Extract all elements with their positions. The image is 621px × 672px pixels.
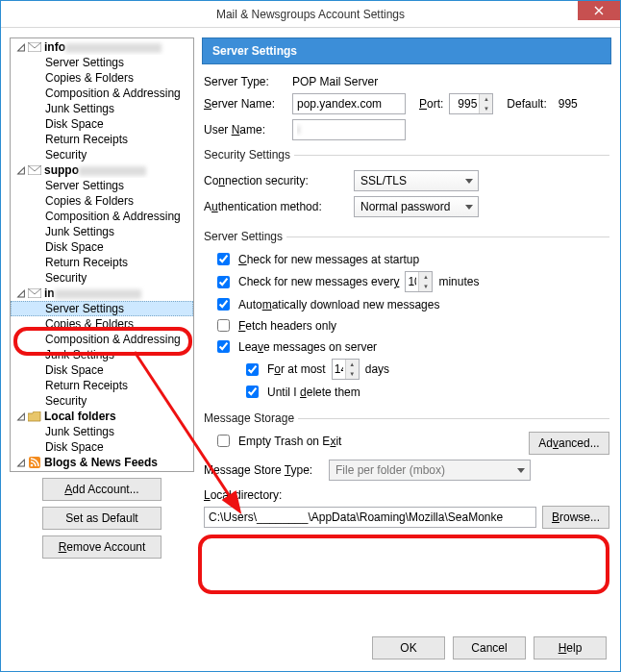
tree-child-composition-addressing[interactable]: Composition & Addressing [11,209,193,224]
titlebar: Mail & Newsgroups Account Settings [1,1,620,28]
tree-child-security[interactable]: Security [11,393,193,409]
server-settings-legend: Server Settings [204,230,286,243]
tree-child-server-settings[interactable]: Server Settings [11,301,193,316]
username-input[interactable] [292,119,406,140]
mail-icon [28,164,41,176]
until-delete-checkbox[interactable]: Until I delete them [242,383,609,401]
tree-child-server-settings[interactable]: Server Settings [11,55,193,70]
port-label: Port: [419,97,443,111]
security-fieldset: Security Settings Connection security: S… [204,148,609,222]
tree-child-composition-addressing[interactable]: Composition & Addressing [11,86,193,101]
add-account-button[interactable]: Add Account... [42,478,161,501]
store-type-select: File per folder (mbox) [329,460,531,481]
cancel-button[interactable]: Cancel [453,636,526,660]
set-default-button[interactable]: Set as Default [42,507,161,530]
mail-icon [28,287,41,299]
advanced-button[interactable]: Advanced... [529,432,609,455]
account-item[interactable]: ◿Blogs & News Feeds [11,455,193,470]
svg-point-4 [31,464,34,467]
auto-download-checkbox[interactable]: Automatically download new messages [213,295,609,313]
auth-method-select[interactable]: Normal password [354,196,479,217]
message-storage-fieldset: Message Storage Empty Trash on Exit Adva… [204,411,609,529]
tree-child-copies-folders[interactable]: Copies & Folders [11,193,193,209]
username-label: User Name: [204,123,286,137]
fetch-headers-checkbox[interactable]: Fetch headers only [213,316,609,335]
folder-icon [28,411,41,422]
server-name-label: Server Name: [204,97,286,111]
tree-child-disk-space[interactable]: Disk Space [11,239,193,255]
server-type-label: Server Type: [204,75,286,88]
rss-icon [28,457,41,468]
tree-child-junk-settings[interactable]: Junk Settings [11,101,193,116]
tree-child-disk-space[interactable]: Disk Space [11,362,193,378]
auth-method-label: Authentication method: [204,200,348,213]
default-port-label: Default: [507,97,546,111]
check-every-spinner[interactable]: ▲▼ [405,271,433,292]
tree-child-return-receipts[interactable]: Return Receipts [11,255,193,270]
account-item[interactable]: ◿infox [11,39,193,55]
window-title: Mail & Newsgroups Account Settings [1,8,620,21]
security-legend: Security Settings [204,148,294,162]
connection-security-select[interactable]: SSL/TLS [354,170,479,191]
tree-child-junk-settings[interactable]: Junk Settings [11,347,193,362]
tree-child-return-receipts[interactable]: Return Receipts [11,378,193,393]
ok-button[interactable]: OK [372,636,445,660]
remove-account-button[interactable]: Remove Account [42,535,161,559]
account-item[interactable]: ◿inx [11,286,193,301]
tree-child-copies-folders[interactable]: Copies & Folders [11,70,193,86]
tree-child-junk-settings[interactable]: Junk Settings [11,424,193,439]
mail-icon [28,41,41,53]
dialog-footer: OK Cancel Help [1,625,620,671]
server-type-value: POP Mail Server [292,75,378,88]
port-spinner[interactable]: ▲▼ [449,93,493,114]
tree-child-security[interactable]: Security [11,147,193,162]
tree-child-return-receipts[interactable]: Return Receipts [11,132,193,147]
connection-security-label: Connection security: [204,174,348,187]
account-tree[interactable]: ◿infoxServer SettingsCopies & FoldersCom… [10,37,194,472]
local-dir-label: Local directory: [204,488,609,502]
server-settings-fieldset: Server Settings Check for new messages a… [204,230,609,404]
tree-child-composition-addressing[interactable]: Composition & Addressing [11,332,193,347]
tree-child-security[interactable]: Security [11,270,193,286]
for-at-most-spinner[interactable]: ▲▼ [332,359,360,380]
tree-child-disk-space[interactable]: Disk Space [11,439,193,455]
server-name-input[interactable] [292,93,406,114]
tree-child-server-settings[interactable]: Server Settings [11,178,193,193]
tree-child-copies-folders[interactable]: Copies & Folders [11,316,193,332]
account-item[interactable]: ◿Local folders [11,409,193,424]
store-type-label: Message Store Type: [204,463,323,477]
check-every-checkbox[interactable]: Check for new messages every ▲▼ minutes [213,271,609,292]
local-directory-input[interactable] [204,507,536,528]
account-item[interactable]: ◿suppox [11,162,193,178]
tree-child-junk-settings[interactable]: Junk Settings [11,224,193,239]
help-button[interactable]: Help [534,636,607,660]
tree-child-disk-space[interactable]: Disk Space [11,116,193,132]
browse-button[interactable]: Browse... [542,506,609,529]
check-startup-checkbox[interactable]: Check for new messages at startup [213,250,609,268]
message-storage-legend: Message Storage [204,411,298,425]
leave-on-server-checkbox[interactable]: Leave messages on server [213,337,609,356]
for-at-most-checkbox[interactable]: For at most ▲▼ days [242,359,609,380]
default-port-value: 995 [559,97,578,111]
close-button[interactable] [578,1,620,20]
section-header: Server Settings [202,37,611,64]
